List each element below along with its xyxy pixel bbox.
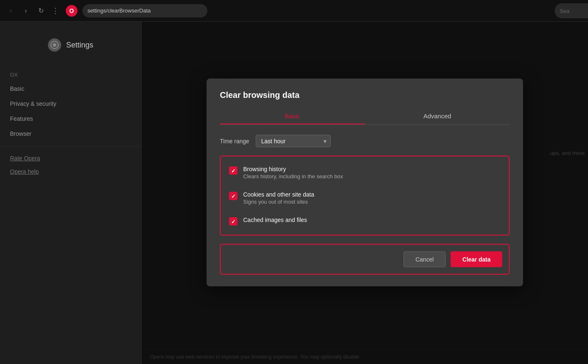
time-range-select[interactable]: Last hour Last 24 hours Last 7 days Last… xyxy=(256,135,331,147)
sidebar-item-basic[interactable]: Basic xyxy=(0,81,141,96)
cached-label: Cached images and files xyxy=(243,217,307,223)
sidebar-item-browser[interactable]: Browser xyxy=(0,126,141,141)
checkbox-text-cached: Cached images and files xyxy=(243,217,307,224)
sidebar-divider xyxy=(0,146,141,147)
sidebar-item-privacy[interactable]: Privacy & security xyxy=(0,96,141,111)
tab-basic[interactable]: Basic xyxy=(220,108,365,125)
checkbox-text-cookies: Cookies and other site data Signs you ou… xyxy=(243,191,314,205)
search-placeholder-text: Sea xyxy=(560,8,569,14)
dialog-footer: Cancel Clear data xyxy=(220,244,510,275)
checkmark-icon: ✓ xyxy=(231,167,236,174)
svg-point-1 xyxy=(53,43,56,47)
clear-browsing-data-dialog: Clear browsing data Basic Advanced Time … xyxy=(207,79,523,287)
browser-bar: ‹ › ↻ ⋮ O settings/clearBrowserData Sea xyxy=(0,0,588,22)
checkbox-item-cached: ✓ Cached images and files xyxy=(227,211,502,232)
time-range-row: Time range Last hour Last 24 hours Last … xyxy=(220,135,510,147)
cookies-label: Cookies and other site data xyxy=(243,191,314,198)
url-text: settings/clearBrowserData xyxy=(87,7,151,14)
sidebar-title: Settings xyxy=(66,41,93,50)
checkbox-browsing-history[interactable]: ✓ xyxy=(229,167,237,175)
sidebar: Settings GX Basic Privacy & security Fea… xyxy=(0,22,142,364)
sidebar-item-features[interactable]: Features xyxy=(0,111,141,126)
time-range-select-wrapper: Last hour Last 24 hours Last 7 days Last… xyxy=(256,135,331,147)
settings-area: ups, and more Clear browsing data Basic … xyxy=(142,22,588,364)
cookies-desc: Signs you out of most sites xyxy=(243,199,314,205)
tab-advanced[interactable]: Advanced xyxy=(365,108,510,125)
reload-button[interactable]: ↻ xyxy=(35,5,47,17)
search-box-right[interactable]: Sea xyxy=(555,3,588,18)
checkboxes-area: ✓ Browsing history Clears history, inclu… xyxy=(220,156,510,236)
checkbox-item-cookies: ✓ Cookies and other site data Signs you … xyxy=(227,185,502,211)
sidebar-header: Settings xyxy=(0,30,141,60)
main-content: Settings GX Basic Privacy & security Fea… xyxy=(0,22,588,364)
checkbox-cached[interactable]: ✓ xyxy=(229,217,237,226)
menu-dots[interactable]: ⋮ xyxy=(50,5,61,17)
back-button[interactable]: ‹ xyxy=(5,5,17,17)
checkbox-item-browsing-history: ✓ Browsing history Clears history, inclu… xyxy=(227,160,502,185)
browsing-history-desc: Clears history, including in the search … xyxy=(243,173,343,180)
sidebar-nav: GX Basic Privacy & security Features Bro… xyxy=(0,68,141,178)
sidebar-link-rate-opera[interactable]: Rate Opera xyxy=(0,152,141,165)
time-range-label: Time range xyxy=(220,138,249,145)
dialog-tabs: Basic Advanced xyxy=(220,108,510,125)
sidebar-link-opera-help[interactable]: Opera help xyxy=(0,165,141,178)
url-bar: settings/clearBrowserData xyxy=(82,4,207,17)
checkmark-icon: ✓ xyxy=(231,218,236,224)
sidebar-logo-icon xyxy=(48,38,61,52)
clear-data-button[interactable]: Clear data xyxy=(451,252,502,267)
cancel-button[interactable]: Cancel xyxy=(404,252,446,267)
browsing-history-label: Browsing history xyxy=(243,166,343,172)
opera-logo: O xyxy=(66,5,77,17)
sidebar-group-gx: GX xyxy=(0,68,141,81)
forward-button[interactable]: › xyxy=(20,5,32,17)
checkbox-cookies[interactable]: ✓ xyxy=(229,192,237,200)
checkmark-icon: ✓ xyxy=(231,193,236,199)
checkbox-text-browsing-history: Browsing history Clears history, includi… xyxy=(243,166,343,180)
dialog-title: Clear browsing data xyxy=(220,90,510,100)
